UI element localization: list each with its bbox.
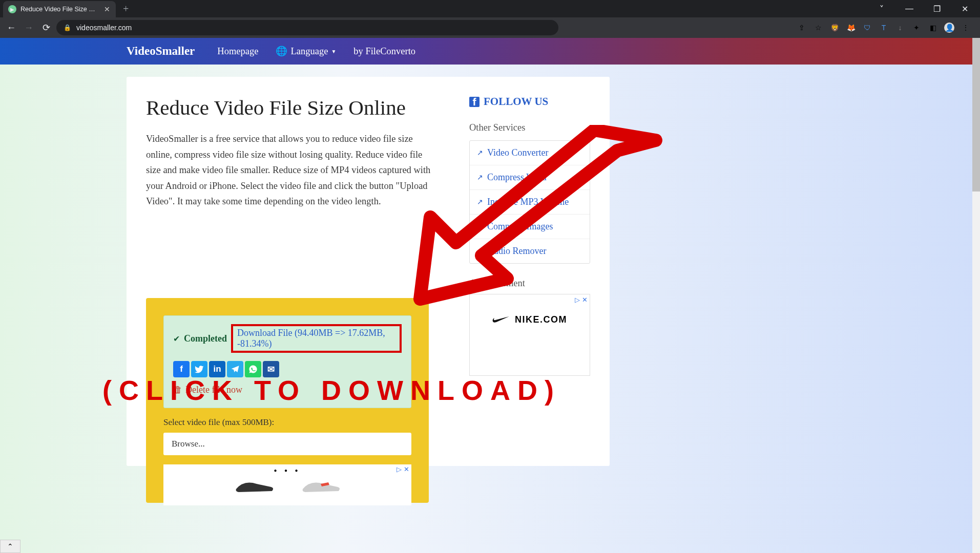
service-label: Audio Remover bbox=[487, 246, 546, 257]
external-link-icon: ↗ bbox=[477, 173, 483, 182]
maximize-button[interactable]: ❐ bbox=[926, 1, 948, 17]
result-line: ✔ Completed Download File (94.40MB => 17… bbox=[173, 324, 402, 353]
service-label: Compress Images bbox=[487, 221, 553, 232]
address-bar[interactable]: 🔒 videosmaller.com bbox=[56, 20, 558, 35]
window-controls: ˅ — ❐ ✕ bbox=[870, 1, 980, 17]
extension-icon-2[interactable]: 🦊 bbox=[846, 23, 856, 33]
follow-us-link[interactable]: f FOLLOW US bbox=[469, 95, 590, 108]
other-services-heading: Other Services bbox=[469, 122, 590, 133]
adchoices-icon[interactable]: ▷ ✕ bbox=[575, 296, 588, 304]
vertical-scrollbar[interactable] bbox=[972, 38, 980, 553]
download-icon[interactable]: ↓ bbox=[895, 23, 905, 33]
bookmark-icon[interactable]: ☆ bbox=[813, 23, 823, 33]
url-text: videosmaller.com bbox=[76, 24, 132, 32]
nike-ad-text: NIKE.COM bbox=[515, 314, 567, 325]
extension-icon-3[interactable]: 🛡 bbox=[862, 23, 872, 33]
service-label: Compress Word bbox=[487, 172, 547, 183]
brand-logo[interactable]: VideoSmaller bbox=[127, 45, 195, 58]
tab-favicon: ▶ bbox=[8, 5, 16, 13]
sidebar: f FOLLOW US Other Services ↗Video Conver… bbox=[469, 95, 590, 376]
completed-label: Completed bbox=[184, 333, 227, 344]
service-list: ↗Video Converter ↗Compress Word ↗Increas… bbox=[469, 140, 590, 264]
ad-pager-dots: ● ● ● bbox=[274, 467, 301, 473]
reading-list-chevron[interactable]: ⌃ bbox=[0, 540, 20, 553]
browse-button[interactable]: Browse... bbox=[163, 433, 411, 455]
page-title: Reduce Video File Size Online bbox=[146, 95, 431, 120]
nav-language[interactable]: 🌐 Language ▼ bbox=[276, 46, 336, 57]
service-increase-mp3[interactable]: ↗Increase MP3 Volume bbox=[470, 190, 590, 215]
lock-icon: 🔒 bbox=[64, 24, 71, 31]
back-button[interactable]: ← bbox=[4, 20, 18, 35]
service-label: Increase MP3 Volume bbox=[487, 197, 569, 207]
intro-paragraph: VideoSmaller is a free service that allo… bbox=[146, 131, 431, 209]
minimize-button[interactable]: — bbox=[898, 1, 921, 17]
nike-swoosh-icon bbox=[492, 316, 510, 323]
adchoices-icon[interactable]: ▷ ✕ bbox=[397, 465, 409, 473]
sidepanel-icon[interactable]: ◧ bbox=[928, 23, 938, 33]
browser-tabstrip: ▶ Reduce Video File Size Online, M ✕ + ˅… bbox=[0, 0, 980, 17]
dropdown-caret-icon: ▼ bbox=[331, 49, 336, 54]
inline-ad-unit[interactable]: ▷ ✕ ● ● ● bbox=[163, 464, 411, 505]
service-compress-images[interactable]: ↗Compress Images bbox=[470, 215, 590, 239]
forward-button[interactable]: → bbox=[22, 20, 36, 35]
service-compress-word[interactable]: ↗Compress Word bbox=[470, 165, 590, 190]
tab-close-icon[interactable]: ✕ bbox=[103, 6, 111, 13]
share-icon[interactable]: ⇪ bbox=[797, 23, 807, 33]
extension-icon-4[interactable]: T bbox=[879, 23, 889, 33]
tab-title: Reduce Video File Size Online, M bbox=[20, 6, 99, 13]
external-link-icon: ↗ bbox=[477, 148, 483, 157]
extensions-puzzle-icon[interactable]: ✦ bbox=[911, 23, 922, 33]
extension-icon-1[interactable]: 🦁 bbox=[829, 23, 840, 33]
new-tab-button[interactable]: + bbox=[123, 3, 129, 15]
toolbar-right: ⇪ ☆ 🦁 🦊 🛡 T ↓ ✦ ◧ 👤 ⋮ bbox=[797, 23, 976, 33]
service-audio-remover[interactable]: ↗Audio Remover bbox=[470, 239, 590, 263]
site-navbar: VideoSmaller Homepage 🌐 Language ▼ by Fi… bbox=[0, 38, 980, 65]
profile-avatar[interactable]: 👤 bbox=[944, 23, 954, 33]
close-window-button[interactable]: ✕ bbox=[953, 1, 976, 17]
nike-ad-content: NIKE.COM bbox=[492, 314, 567, 325]
service-label: Video Converter bbox=[487, 147, 548, 158]
sidebar-ad-unit[interactable]: ▷ ✕ NIKE.COM bbox=[469, 294, 590, 376]
browser-tab[interactable]: ▶ Reduce Video File Size Online, M ✕ bbox=[3, 1, 116, 17]
external-link-icon: ↗ bbox=[477, 247, 483, 256]
browser-toolbar: ← → ⟳ 🔒 videosmaller.com ⇪ ☆ 🦁 🦊 🛡 T ↓ ✦… bbox=[0, 17, 980, 38]
annotation-text: (CLICK TO DOWNLOAD) bbox=[102, 374, 561, 406]
reload-button[interactable]: ⟳ bbox=[39, 20, 53, 35]
globe-icon: 🌐 bbox=[276, 46, 287, 57]
shoe-thumb-2 bbox=[298, 475, 344, 495]
download-file-link[interactable]: Download File (94.40MB => 17.62MB, -81.3… bbox=[231, 324, 402, 353]
shoe-thumb-1 bbox=[231, 475, 277, 495]
external-link-icon: ↗ bbox=[477, 222, 483, 231]
select-file-label: Select video file (max 500MB): bbox=[163, 417, 411, 428]
nav-homepage[interactable]: Homepage bbox=[217, 46, 258, 57]
main-left-column: Reduce Video File Size Online VideoSmall… bbox=[146, 95, 431, 209]
external-link-icon: ↗ bbox=[477, 198, 483, 206]
follow-us-label: FOLLOW US bbox=[484, 95, 548, 108]
facebook-icon: f bbox=[469, 97, 479, 107]
check-icon: ✔ bbox=[173, 334, 180, 344]
nav-language-label: Language bbox=[290, 46, 328, 57]
scrollbar-thumb[interactable] bbox=[972, 38, 980, 192]
page-body: VideoSmaller Homepage 🌐 Language ▼ by Fi… bbox=[0, 38, 980, 553]
service-video-converter[interactable]: ↗Video Converter bbox=[470, 141, 590, 165]
nav-by-fileconverto[interactable]: by FileConverto bbox=[353, 46, 415, 57]
advertisement-heading: Advertisement bbox=[469, 278, 590, 289]
kebab-menu[interactable]: ⋮ bbox=[961, 23, 971, 33]
tab-search-button[interactable]: ˅ bbox=[870, 1, 893, 17]
